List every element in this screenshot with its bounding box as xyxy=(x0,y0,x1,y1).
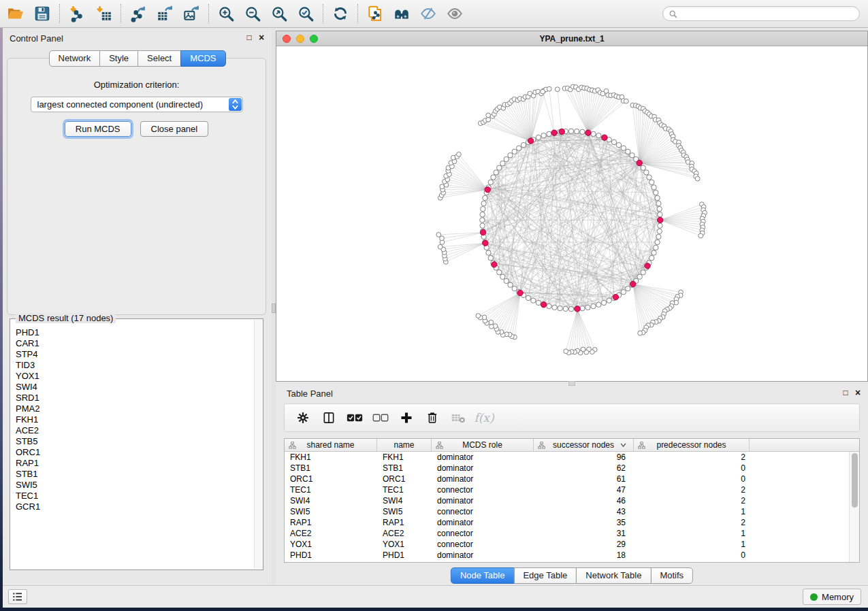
zoom-out-icon[interactable] xyxy=(242,3,263,24)
mcds-result-item[interactable]: RAP1 xyxy=(16,458,254,469)
table-row[interactable]: STB1STB1dominator620 xyxy=(285,463,849,474)
refresh-view-icon[interactable] xyxy=(330,3,351,24)
mcds-result-item[interactable]: ACE2 xyxy=(16,425,254,436)
table-cell: dominator xyxy=(432,452,534,463)
scrollbar-thumb[interactable] xyxy=(852,453,858,508)
mcds-result-item[interactable]: FKH1 xyxy=(16,414,254,425)
table-cell: 35 xyxy=(534,517,634,528)
result-list-scrollbar[interactable] xyxy=(254,320,262,569)
mcds-result-item[interactable]: CAR1 xyxy=(16,338,254,349)
table-row[interactable]: ORC1ORC1dominator610 xyxy=(285,474,849,484)
column-header-name[interactable]: name xyxy=(377,439,432,451)
table-row[interactable]: SWI5SWI5connector431 xyxy=(285,506,849,517)
export-table-icon[interactable] xyxy=(155,3,175,24)
table-row[interactable]: SWI4SWI4dominator462 xyxy=(285,495,849,506)
table-cell: ORC1 xyxy=(285,474,377,484)
float-window-icon[interactable]: □ xyxy=(244,33,254,42)
table-cell: dominator xyxy=(432,463,534,474)
show-all-icon[interactable] xyxy=(445,3,465,24)
search-input[interactable] xyxy=(681,9,854,18)
tab-style[interactable]: Style xyxy=(99,50,138,67)
tab-edge-table[interactable]: Edge Table xyxy=(513,567,577,584)
mcds-result-list[interactable]: PHD1CAR1STP4TID3YOX1SWI4SRD1PMA2FKH1ACE2… xyxy=(10,325,254,569)
table-cell: 29 xyxy=(534,539,634,550)
zoom-fit-selected-icon[interactable] xyxy=(295,3,316,24)
memory-label: Memory xyxy=(822,592,854,602)
first-neighbors-icon[interactable] xyxy=(391,3,412,24)
table-row[interactable]: FKH1FKH1dominator962 xyxy=(285,452,849,463)
mcds-result-item[interactable]: TEC1 xyxy=(16,491,254,501)
control-panel-title: Control Panel xyxy=(10,33,63,44)
tab-mcds[interactable]: MCDS xyxy=(180,50,225,67)
mcds-result-item[interactable]: GCR1 xyxy=(16,501,254,512)
close-panel-icon[interactable]: × xyxy=(853,388,863,397)
export-image-icon[interactable] xyxy=(181,3,202,24)
table-row[interactable]: TEC1TEC1connector472 xyxy=(285,484,849,495)
task-history-button[interactable] xyxy=(8,589,27,604)
table-scrollbar[interactable] xyxy=(849,452,859,562)
network-canvas[interactable] xyxy=(276,46,867,381)
table-row[interactable]: RAP1RAP1dominator352 xyxy=(285,517,849,528)
mcds-result-item[interactable]: TID3 xyxy=(16,360,254,371)
zoom-in-icon[interactable] xyxy=(216,3,236,24)
table-body[interactable]: FKH1FKH1dominator962STB1STB1dominator620… xyxy=(285,452,849,562)
table-settings-gear-icon[interactable] xyxy=(294,409,312,427)
open-session-icon[interactable] xyxy=(5,3,26,24)
show-column-panel-icon[interactable] xyxy=(320,409,338,427)
mcds-result-item[interactable]: SWI4 xyxy=(16,382,254,393)
tab-select[interactable]: Select xyxy=(138,50,181,67)
tab-network[interactable]: Network xyxy=(48,50,100,67)
mcds-result-item[interactable]: SWI5 xyxy=(16,480,254,491)
sort-descending-icon xyxy=(620,443,626,447)
table-cell: 2 xyxy=(634,484,750,495)
import-table-icon[interactable] xyxy=(93,3,114,24)
column-header-successor-nodes[interactable]: successor nodes xyxy=(534,439,634,451)
table-cell: YOX1 xyxy=(377,539,432,550)
zoom-fit-content-icon[interactable] xyxy=(269,3,289,24)
close-panel-button[interactable]: Close panel xyxy=(140,121,209,137)
column-header-mcds-role[interactable]: MCDS role xyxy=(432,439,534,451)
table-row[interactable]: ACE2ACE2connector311 xyxy=(285,528,849,539)
table-cell: connector xyxy=(432,506,534,517)
create-column-plus-icon[interactable] xyxy=(398,409,415,427)
column-header-predecessor-nodes[interactable]: predecessor nodes xyxy=(634,439,750,451)
mcds-result-item[interactable]: STB1 xyxy=(16,469,254,480)
table-cell: SWI4 xyxy=(285,495,377,506)
mcds-result-item[interactable]: SRD1 xyxy=(16,393,254,403)
column-header-shared-name[interactable]: shared name xyxy=(285,439,377,451)
table-row[interactable]: PHD1PHD1dominator180 xyxy=(285,550,849,561)
deselect-all-columns-icon[interactable] xyxy=(372,409,389,427)
export-network-icon[interactable] xyxy=(128,3,148,24)
memory-button[interactable]: Memory xyxy=(803,589,861,605)
table-cell: SWI5 xyxy=(285,506,377,517)
table-row[interactable]: YOX1YOX1connector291 xyxy=(285,539,849,550)
table-cell: 0 xyxy=(634,463,750,474)
mcds-result-item[interactable]: PHD1 xyxy=(16,327,254,338)
tab-network-table[interactable]: Network Table xyxy=(576,567,651,584)
table-cell: YOX1 xyxy=(285,539,377,550)
import-network-icon[interactable] xyxy=(67,3,87,24)
save-session-icon[interactable] xyxy=(32,3,52,24)
close-panel-icon[interactable]: × xyxy=(257,33,266,42)
tab-motifs[interactable]: Motifs xyxy=(650,567,693,584)
delete-column-trash-icon[interactable] xyxy=(423,409,441,427)
mcds-result-item[interactable]: ORC1 xyxy=(16,447,254,458)
network-graph[interactable] xyxy=(276,46,867,381)
table-cell: 2 xyxy=(634,495,750,506)
status-bar: Memory xyxy=(3,585,868,608)
global-search[interactable] xyxy=(662,6,860,21)
node-table: shared name name MCDS role successor nod… xyxy=(284,438,860,563)
float-window-icon[interactable]: □ xyxy=(841,388,850,397)
mcds-result-item[interactable]: STB5 xyxy=(16,436,254,447)
select-all-columns-icon[interactable] xyxy=(346,409,364,427)
table-cell: dominator xyxy=(432,495,534,506)
hide-selected-icon[interactable] xyxy=(418,3,438,24)
run-mcds-button[interactable]: Run MCDS xyxy=(65,121,131,137)
clone-network-icon[interactable] xyxy=(365,3,385,24)
mcds-result-item[interactable]: PMA2 xyxy=(16,403,254,414)
table-cell: 96 xyxy=(534,452,634,463)
mcds-result-item[interactable]: STP4 xyxy=(16,349,254,360)
mcds-result-item[interactable]: YOX1 xyxy=(16,371,254,382)
tab-node-table[interactable]: Node Table xyxy=(451,567,515,584)
optimization-criterion-select[interactable]: largest connected component (undirected) xyxy=(31,97,243,112)
